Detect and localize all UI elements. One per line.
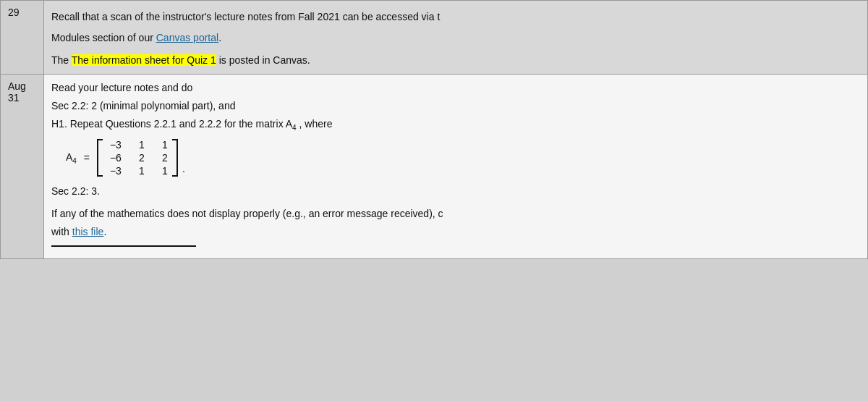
canvas-portal-link[interactable]: Canvas portal — [156, 32, 218, 43]
date-aug: Aug — [8, 80, 36, 92]
aug31-math-note2: with this file. — [51, 224, 860, 240]
matrix-section: A4 = −3 1 1 −6 2 2 −3 1 1 — [66, 139, 860, 178]
row29-info-suffix: is posted in Canvas. — [216, 54, 310, 66]
row29-period: . — [218, 32, 221, 43]
this-file-link[interactable]: this file — [72, 226, 104, 237]
aug31-math-note: If any of the mathematics does not displ… — [51, 206, 860, 221]
aug31-with-text: with — [51, 226, 72, 237]
table-row-29: 29 Recall that a scan of the instructor'… — [1, 1, 868, 75]
aug31-line3-suffix: , where — [297, 118, 333, 130]
row29-highlight: The information sheet for Quiz 1 — [72, 54, 216, 66]
m20: −3 — [104, 165, 124, 178]
matrix-grid: −3 1 1 −6 2 2 −3 1 1 — [104, 139, 171, 178]
bracket-right-icon — [172, 139, 178, 177]
date-cell-29: 29 — [1, 1, 44, 75]
m21: 1 — [127, 165, 148, 178]
m02: 1 — [150, 139, 171, 152]
aug31-line1: Read your lecture notes and do — [51, 80, 860, 96]
date-cell-aug31: Aug 31 — [1, 75, 44, 259]
matrix-brackets: −3 1 1 −6 2 2 −3 1 1 — [97, 139, 178, 178]
content-cell-aug31: Read your lecture notes and do Sec 2.2: … — [44, 75, 868, 259]
table-row-aug31: Aug 31 Read your lecture notes and do Se… — [1, 75, 868, 259]
aug31-line2: Sec 2.2: 2 (minimal polynomial part), an… — [51, 98, 860, 114]
row29-para3: The The information sheet for Quiz 1 is … — [51, 53, 860, 68]
m10: −6 — [104, 152, 124, 165]
row29-modules-text: Modules section of our — [51, 32, 156, 43]
aug31-math-note-text: If any of the mathematics does not displ… — [51, 208, 443, 219]
matrix-equals: = — [81, 151, 93, 166]
m11: 2 — [127, 152, 148, 165]
bracket-left-icon — [97, 139, 103, 177]
row29-info-prefix: The — [51, 54, 72, 66]
row29-para1: Recall that a scan of the instructor's l… — [51, 9, 860, 25]
m00: −3 — [104, 139, 124, 152]
aug31-link-suffix: . — [103, 226, 106, 237]
content-cell-29: Recall that a scan of the instructor's l… — [44, 1, 868, 75]
row29-para2: Modules section of our Canvas portal. — [51, 30, 860, 46]
date-label-29: 29 — [8, 7, 20, 18]
m12: 2 — [150, 152, 171, 165]
aug31-sec-line: Sec 2.2: 3. — [51, 184, 860, 199]
section-divider — [51, 245, 196, 247]
row29-text1: Recall that a scan of the instructor's l… — [51, 11, 440, 22]
matrix-label: A4 — [66, 150, 77, 166]
date-31: 31 — [8, 92, 36, 104]
m01: 1 — [127, 139, 148, 152]
matrix-period: . — [182, 161, 185, 177]
aug31-line3: H1. Repeat Questions 2.2.1 and 2.2.2 for… — [51, 117, 860, 133]
m22: 1 — [150, 165, 171, 178]
aug31-line3-text: H1. Repeat Questions 2.2.1 and 2.2.2 for… — [51, 118, 292, 130]
